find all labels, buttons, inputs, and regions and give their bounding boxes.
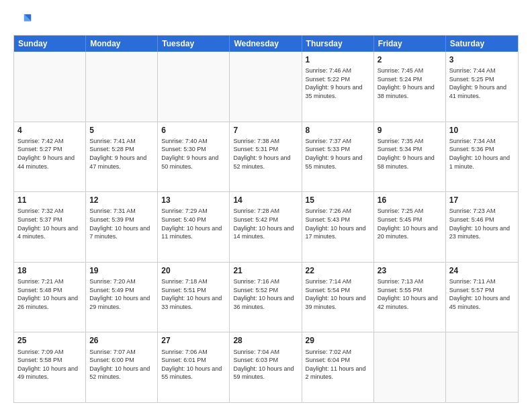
header-day-sunday: Sunday bbox=[14, 36, 86, 52]
day-cell-12: 12Sunrise: 7:31 AM Sunset: 5:39 PM Dayli… bbox=[86, 192, 158, 262]
day-content: Sunrise: 7:37 AM Sunset: 5:33 PM Dayligh… bbox=[306, 137, 370, 171]
day-cell-23: 23Sunrise: 7:13 AM Sunset: 5:55 PM Dayli… bbox=[374, 263, 446, 332]
calendar-row-3: 18Sunrise: 7:21 AM Sunset: 5:48 PM Dayli… bbox=[14, 262, 518, 332]
calendar-row-0: 1Sunrise: 7:46 AM Sunset: 5:22 PM Daylig… bbox=[14, 52, 518, 122]
day-content: Sunrise: 7:28 AM Sunset: 5:42 PM Dayligh… bbox=[233, 207, 298, 240]
day-number: 29 bbox=[306, 335, 370, 346]
day-content: Sunrise: 7:41 AM Sunset: 5:28 PM Dayligh… bbox=[89, 137, 154, 171]
calendar-row-1: 4Sunrise: 7:42 AM Sunset: 5:27 PM Daylig… bbox=[14, 122, 518, 192]
day-number: 24 bbox=[449, 265, 515, 276]
header-day-wednesday: Wednesday bbox=[230, 36, 302, 52]
day-content: Sunrise: 7:02 AM Sunset: 6:04 PM Dayligh… bbox=[306, 348, 370, 381]
calendar-row-4: 25Sunrise: 7:09 AM Sunset: 5:58 PM Dayli… bbox=[14, 332, 518, 402]
day-content: Sunrise: 7:13 AM Sunset: 5:55 PM Dayligh… bbox=[378, 277, 442, 311]
calendar-body: 1Sunrise: 7:46 AM Sunset: 5:22 PM Daylig… bbox=[14, 52, 518, 402]
day-cell-7: 7Sunrise: 7:38 AM Sunset: 5:31 PM Daylig… bbox=[230, 122, 302, 192]
day-number: 3 bbox=[449, 54, 515, 65]
day-cell-26: 26Sunrise: 7:07 AM Sunset: 6:00 PM Dayli… bbox=[86, 332, 158, 402]
day-content: Sunrise: 7:23 AM Sunset: 5:46 PM Dayligh… bbox=[449, 207, 515, 240]
calendar: SundayMondayTuesdayWednesdayThursdayFrid… bbox=[13, 35, 519, 403]
day-content: Sunrise: 7:26 AM Sunset: 5:43 PM Dayligh… bbox=[306, 207, 370, 240]
day-cell-19: 19Sunrise: 7:20 AM Sunset: 5:49 PM Dayli… bbox=[86, 263, 158, 332]
day-cell-3: 3Sunrise: 7:44 AM Sunset: 5:25 PM Daylig… bbox=[446, 52, 518, 122]
day-number: 7 bbox=[233, 125, 298, 136]
day-cell-28: 28Sunrise: 7:04 AM Sunset: 6:03 PM Dayli… bbox=[230, 332, 302, 402]
day-number: 4 bbox=[17, 125, 82, 136]
day-content: Sunrise: 7:06 AM Sunset: 6:01 PM Dayligh… bbox=[161, 348, 226, 381]
day-number: 6 bbox=[161, 125, 226, 136]
day-number: 1 bbox=[306, 54, 370, 65]
day-number: 22 bbox=[306, 265, 370, 276]
day-content: Sunrise: 7:42 AM Sunset: 5:27 PM Dayligh… bbox=[17, 137, 82, 171]
day-number: 13 bbox=[161, 195, 226, 205]
day-content: Sunrise: 7:09 AM Sunset: 5:58 PM Dayligh… bbox=[17, 348, 82, 381]
empty-cell-0-3 bbox=[230, 52, 302, 122]
day-number: 14 bbox=[233, 195, 298, 205]
day-number: 2 bbox=[378, 54, 442, 65]
day-cell-14: 14Sunrise: 7:28 AM Sunset: 5:42 PM Dayli… bbox=[230, 192, 302, 262]
day-number: 8 bbox=[306, 125, 370, 136]
day-cell-15: 15Sunrise: 7:26 AM Sunset: 5:43 PM Dayli… bbox=[302, 192, 374, 262]
day-cell-20: 20Sunrise: 7:18 AM Sunset: 5:51 PM Dayli… bbox=[158, 263, 230, 332]
day-content: Sunrise: 7:11 AM Sunset: 5:57 PM Dayligh… bbox=[449, 277, 515, 311]
day-number: 16 bbox=[378, 195, 442, 205]
day-cell-1: 1Sunrise: 7:46 AM Sunset: 5:22 PM Daylig… bbox=[302, 52, 374, 122]
day-number: 25 bbox=[17, 335, 82, 346]
day-content: Sunrise: 7:32 AM Sunset: 5:37 PM Dayligh… bbox=[17, 207, 82, 240]
empty-cell-0-2 bbox=[158, 52, 230, 122]
day-number: 15 bbox=[306, 195, 370, 205]
empty-cell-4-5 bbox=[374, 332, 446, 402]
day-content: Sunrise: 7:35 AM Sunset: 5:34 PM Dayligh… bbox=[378, 137, 442, 171]
calendar-row-2: 11Sunrise: 7:32 AM Sunset: 5:37 PM Dayli… bbox=[14, 191, 518, 262]
calendar-header: SundayMondayTuesdayWednesdayThursdayFrid… bbox=[14, 36, 518, 52]
header-day-saturday: Saturday bbox=[446, 36, 518, 52]
day-cell-24: 24Sunrise: 7:11 AM Sunset: 5:57 PM Dayli… bbox=[446, 263, 518, 332]
day-content: Sunrise: 7:29 AM Sunset: 5:40 PM Dayligh… bbox=[161, 207, 226, 240]
day-cell-8: 8Sunrise: 7:37 AM Sunset: 5:33 PM Daylig… bbox=[302, 122, 374, 192]
header-day-thursday: Thursday bbox=[302, 36, 374, 52]
day-cell-4: 4Sunrise: 7:42 AM Sunset: 5:27 PM Daylig… bbox=[14, 122, 86, 192]
day-number: 26 bbox=[89, 335, 154, 346]
day-content: Sunrise: 7:25 AM Sunset: 5:45 PM Dayligh… bbox=[378, 207, 442, 240]
day-cell-10: 10Sunrise: 7:34 AM Sunset: 5:36 PM Dayli… bbox=[446, 122, 518, 192]
day-content: Sunrise: 7:20 AM Sunset: 5:49 PM Dayligh… bbox=[89, 277, 154, 311]
day-number: 5 bbox=[89, 125, 154, 136]
day-cell-5: 5Sunrise: 7:41 AM Sunset: 5:28 PM Daylig… bbox=[86, 122, 158, 192]
day-number: 21 bbox=[233, 265, 298, 276]
day-cell-2: 2Sunrise: 7:45 AM Sunset: 5:24 PM Daylig… bbox=[374, 52, 446, 122]
day-cell-6: 6Sunrise: 7:40 AM Sunset: 5:30 PM Daylig… bbox=[158, 122, 230, 192]
day-content: Sunrise: 7:44 AM Sunset: 5:25 PM Dayligh… bbox=[449, 66, 515, 100]
day-content: Sunrise: 7:18 AM Sunset: 5:51 PM Dayligh… bbox=[161, 277, 226, 311]
day-cell-13: 13Sunrise: 7:29 AM Sunset: 5:40 PM Dayli… bbox=[158, 192, 230, 262]
empty-cell-4-6 bbox=[446, 332, 518, 402]
day-cell-16: 16Sunrise: 7:25 AM Sunset: 5:45 PM Dayli… bbox=[374, 192, 446, 262]
logo-icon bbox=[13, 11, 32, 30]
day-number: 10 bbox=[449, 125, 515, 136]
day-cell-21: 21Sunrise: 7:16 AM Sunset: 5:52 PM Dayli… bbox=[230, 263, 302, 332]
day-cell-22: 22Sunrise: 7:14 AM Sunset: 5:54 PM Dayli… bbox=[302, 263, 374, 332]
day-content: Sunrise: 7:21 AM Sunset: 5:48 PM Dayligh… bbox=[17, 277, 82, 311]
header-day-monday: Monday bbox=[86, 36, 158, 52]
day-cell-17: 17Sunrise: 7:23 AM Sunset: 5:46 PM Dayli… bbox=[446, 192, 518, 262]
day-cell-9: 9Sunrise: 7:35 AM Sunset: 5:34 PM Daylig… bbox=[374, 122, 446, 192]
day-content: Sunrise: 7:07 AM Sunset: 6:00 PM Dayligh… bbox=[89, 348, 154, 381]
day-number: 18 bbox=[17, 265, 82, 276]
empty-cell-0-1 bbox=[86, 52, 158, 122]
header-day-tuesday: Tuesday bbox=[158, 36, 230, 52]
day-content: Sunrise: 7:46 AM Sunset: 5:22 PM Dayligh… bbox=[306, 66, 370, 100]
day-number: 11 bbox=[17, 195, 82, 205]
day-content: Sunrise: 7:40 AM Sunset: 5:30 PM Dayligh… bbox=[161, 137, 226, 171]
day-number: 19 bbox=[89, 265, 154, 276]
day-cell-27: 27Sunrise: 7:06 AM Sunset: 6:01 PM Dayli… bbox=[158, 332, 230, 402]
day-number: 9 bbox=[378, 125, 442, 136]
logo bbox=[13, 11, 35, 30]
day-cell-11: 11Sunrise: 7:32 AM Sunset: 5:37 PM Dayli… bbox=[14, 192, 86, 262]
day-number: 28 bbox=[233, 335, 298, 346]
empty-cell-0-0 bbox=[14, 52, 86, 122]
day-cell-29: 29Sunrise: 7:02 AM Sunset: 6:04 PM Dayli… bbox=[302, 332, 374, 402]
day-content: Sunrise: 7:38 AM Sunset: 5:31 PM Dayligh… bbox=[233, 137, 298, 171]
day-number: 17 bbox=[449, 195, 515, 205]
day-number: 27 bbox=[161, 335, 226, 346]
day-content: Sunrise: 7:16 AM Sunset: 5:52 PM Dayligh… bbox=[233, 277, 298, 311]
day-cell-25: 25Sunrise: 7:09 AM Sunset: 5:58 PM Dayli… bbox=[14, 332, 86, 402]
